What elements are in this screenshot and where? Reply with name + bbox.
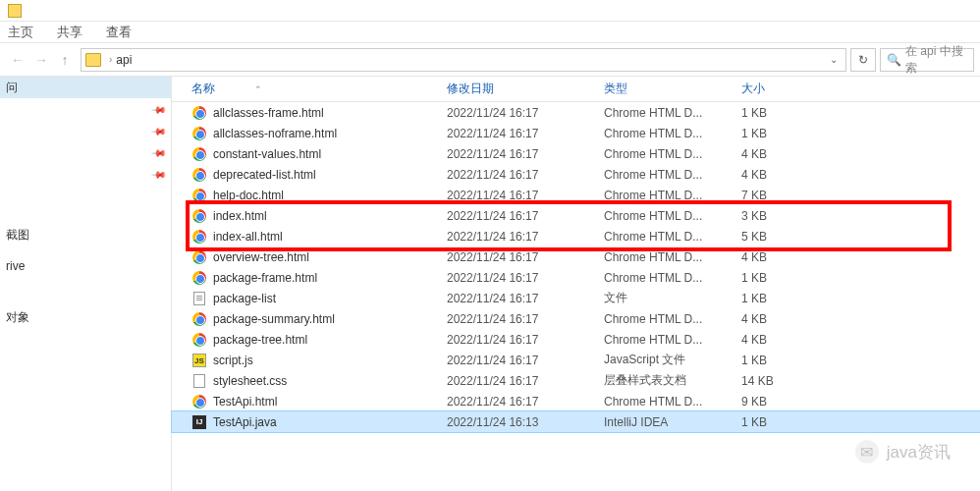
column-headers: 名称⌃ 修改日期 类型 大小 <box>172 77 980 102</box>
file-row[interactable]: allclasses-noframe.html2022/11/24 16:17C… <box>172 123 980 143</box>
column-type[interactable]: 类型 <box>604 81 741 97</box>
file-date: 2022/11/24 16:17 <box>447 189 604 202</box>
file-date: 2022/11/24 16:17 <box>447 147 604 161</box>
file-row[interactable]: stylesheet.css2022/11/24 16:17层叠样式表文档14 … <box>172 370 980 391</box>
sidebar-item[interactable]: 📌 <box>0 98 171 120</box>
file-type: Chrome HTML D... <box>604 333 741 347</box>
file-size: 1 KB <box>741 354 820 367</box>
chrome-icon <box>192 395 206 409</box>
file-list-pane: 名称⌃ 修改日期 类型 大小 allclasses-frame.html2022… <box>172 77 980 491</box>
file-date: 2022/11/24 16:17 <box>447 374 604 388</box>
file-type: Chrome HTML D... <box>604 127 741 140</box>
file-row[interactable]: index.html2022/11/24 16:17Chrome HTML D.… <box>172 205 980 226</box>
tab-home[interactable]: 主页 <box>8 24 33 41</box>
sidebar-item-quickaccess[interactable]: 问 <box>0 77 171 98</box>
file-name: package-summary.html <box>213 312 335 326</box>
file-row[interactable]: package-tree.html2022/11/24 16:17Chrome … <box>172 329 980 350</box>
folder-icon <box>8 4 22 18</box>
breadcrumb-segment[interactable]: api <box>116 53 132 67</box>
tab-view[interactable]: 查看 <box>106 24 132 41</box>
file-size: 4 KB <box>741 333 820 347</box>
file-size: 1 KB <box>741 106 820 120</box>
file-size: 9 KB <box>741 395 820 409</box>
file-row[interactable]: package-summary.html2022/11/24 16:17Chro… <box>172 308 980 329</box>
chrome-icon <box>192 230 206 244</box>
file-row[interactable]: deprecated-list.html2022/11/24 16:17Chro… <box>172 164 980 185</box>
file-icon <box>193 292 205 305</box>
file-name: package-tree.html <box>213 333 307 347</box>
file-date: 2022/11/24 16:17 <box>447 333 604 347</box>
file-date: 2022/11/24 16:17 <box>447 230 604 244</box>
file-row[interactable]: help-doc.html2022/11/24 16:17Chrome HTML… <box>172 185 980 205</box>
chrome-icon <box>192 333 206 347</box>
wechat-icon: ✉ <box>855 440 879 464</box>
file-type: Chrome HTML D... <box>604 312 741 326</box>
file-type: Chrome HTML D... <box>604 209 741 223</box>
chrome-icon <box>192 250 206 264</box>
search-input[interactable]: 🔍 在 api 中搜索 <box>880 48 974 72</box>
chevron-right-icon: › <box>109 54 112 65</box>
file-date: 2022/11/24 16:17 <box>447 271 604 285</box>
file-type: Chrome HTML D... <box>604 271 741 285</box>
file-row[interactable]: TestApi.html2022/11/24 16:17Chrome HTML … <box>172 391 980 411</box>
nav-back-button[interactable]: ← <box>6 48 29 72</box>
file-name: help-doc.html <box>213 189 284 202</box>
search-placeholder: 在 api 中搜索 <box>905 43 967 77</box>
refresh-button[interactable]: ↻ <box>850 48 876 72</box>
sidebar: 问 📌 📌 📌 📌 截图 rive 对象 <box>0 77 172 491</box>
file-row[interactable]: overview-tree.html2022/11/24 16:17Chrome… <box>172 246 980 267</box>
pin-icon: 📌 <box>151 144 167 160</box>
sidebar-item[interactable]: 📌 <box>0 120 171 141</box>
file-row[interactable]: IJTestApi.java2022/11/24 16:13IntelliJ I… <box>172 411 980 432</box>
ribbon-tabs: 主页 共享 查看 <box>0 22 980 43</box>
file-size: 1 KB <box>741 415 820 429</box>
breadcrumb[interactable]: › api ⌄ <box>81 48 846 72</box>
tab-share[interactable]: 共享 <box>57 24 82 41</box>
sidebar-item[interactable]: 📌 <box>0 141 171 163</box>
chevron-down-icon[interactable]: ⌄ <box>826 54 842 65</box>
file-name: constant-values.html <box>213 147 321 161</box>
sidebar-item-drive[interactable]: rive <box>0 255 171 277</box>
file-row[interactable]: allclasses-frame.html2022/11/24 16:17Chr… <box>172 102 980 123</box>
file-type: Chrome HTML D... <box>604 147 741 161</box>
file-date: 2022/11/24 16:17 <box>447 127 604 140</box>
sidebar-item-objects[interactable]: 对象 <box>0 306 171 328</box>
sidebar-item-screenshot[interactable]: 截图 <box>0 224 171 246</box>
nav-forward-button[interactable]: → <box>29 48 53 72</box>
nav-up-button[interactable]: ↑ <box>53 48 77 72</box>
file-type: 层叠样式表文档 <box>604 372 741 389</box>
chrome-icon <box>192 189 206 202</box>
file-size: 4 KB <box>741 168 820 182</box>
file-date: 2022/11/24 16:17 <box>447 312 604 326</box>
file-row[interactable]: constant-values.html2022/11/24 16:17Chro… <box>172 143 980 164</box>
pin-icon: 📌 <box>151 166 167 182</box>
file-type: IntelliJ IDEA <box>604 415 741 429</box>
chrome-icon <box>192 312 206 326</box>
file-row[interactable]: package-frame.html2022/11/24 16:17Chrome… <box>172 267 980 288</box>
chrome-icon <box>192 168 206 182</box>
title-bar <box>0 0 980 22</box>
file-type: Chrome HTML D... <box>604 250 741 264</box>
file-size: 4 KB <box>741 250 820 264</box>
file-size: 4 KB <box>741 312 820 326</box>
file-name: allclasses-frame.html <box>213 106 324 120</box>
file-date: 2022/11/24 16:17 <box>447 106 604 120</box>
file-type: Chrome HTML D... <box>604 106 741 120</box>
file-name: script.js <box>213 354 253 367</box>
file-size: 4 KB <box>741 147 820 161</box>
intellij-icon: IJ <box>192 415 206 429</box>
file-name: overview-tree.html <box>213 250 309 264</box>
column-name[interactable]: 名称⌃ <box>191 81 447 97</box>
file-date: 2022/11/24 16:17 <box>447 168 604 182</box>
file-name: package-frame.html <box>213 271 317 285</box>
watermark: ✉ java资讯 <box>855 440 951 464</box>
column-size[interactable]: 大小 <box>741 81 820 97</box>
column-date[interactable]: 修改日期 <box>447 81 604 97</box>
file-row[interactable]: JSscript.js2022/11/24 16:17JavaScript 文件… <box>172 350 980 370</box>
file-size: 1 KB <box>741 271 820 285</box>
file-row[interactable]: index-all.html2022/11/24 16:17Chrome HTM… <box>172 226 980 246</box>
file-name: stylesheet.css <box>213 374 287 388</box>
sidebar-item[interactable]: 📌 <box>0 163 171 185</box>
file-type: Chrome HTML D... <box>604 168 741 182</box>
file-row[interactable]: package-list2022/11/24 16:17文件1 KB <box>172 288 980 308</box>
